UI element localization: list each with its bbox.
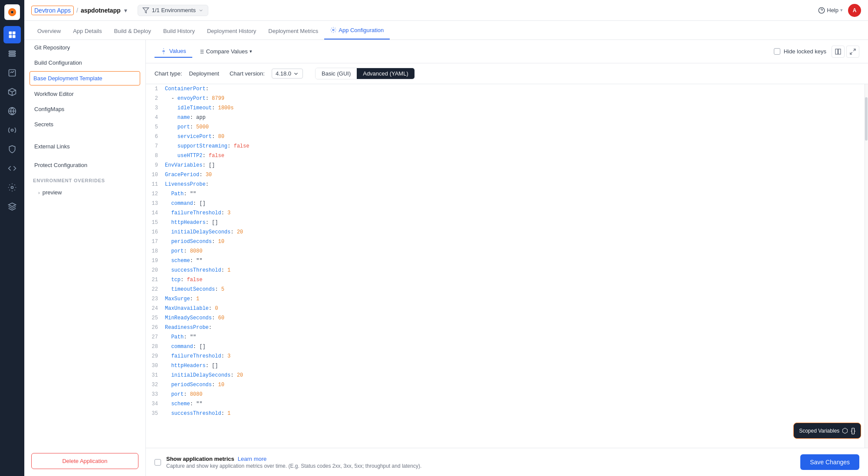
line-number: 3 <box>146 103 163 113</box>
line-number: 30 <box>146 361 163 371</box>
breadcrumb: Devtron Apps / aspdotnetapp ▾ <box>31 6 127 15</box>
rail-gear-icon[interactable] <box>3 179 21 196</box>
chart-version-select[interactable]: 4.18.0 <box>272 69 303 79</box>
delete-application-button[interactable]: Delete Application <box>31 453 138 469</box>
line-content: MinReadySeconds: 60 <box>163 313 868 323</box>
table-row: 5 port: 5000 <box>146 122 868 132</box>
basic-gui-tab[interactable]: Basic (GUI) <box>316 68 357 79</box>
show-metrics-checkbox[interactable] <box>155 459 161 466</box>
sidebar-item-workflow-editor[interactable]: Workflow Editor <box>24 86 145 102</box>
line-content: periodSeconds: 10 <box>163 380 868 390</box>
tab-build-history[interactable]: Build History <box>157 23 201 39</box>
svg-point-17 <box>332 29 334 31</box>
metrics-description: Capture and show key application metrics… <box>166 463 421 469</box>
advanced-yaml-tab[interactable]: Advanced (YAML) <box>357 68 414 79</box>
rail-dashboard-icon[interactable] <box>3 26 21 43</box>
line-content: command: [] <box>163 199 868 208</box>
line-number: 31 <box>146 371 163 380</box>
line-content: GracePeriod: 30 <box>163 170 868 180</box>
svg-rect-7 <box>9 53 16 54</box>
svg-rect-8 <box>9 55 16 56</box>
table-row: 6 servicePort: 80 <box>146 132 868 141</box>
table-row: 10GracePeriod: 30 <box>146 170 868 180</box>
rail-layers-icon[interactable] <box>3 198 21 215</box>
help-label: Help <box>827 7 838 13</box>
split-view-icon <box>835 48 842 55</box>
split-view-button[interactable] <box>832 46 845 58</box>
sidebar-env-preview[interactable]: › preview <box>24 186 145 199</box>
sidebar-item-protect-configuration[interactable]: Protect Configuration <box>24 158 145 173</box>
values-tab-group: Values Compare Values ▾ <box>155 45 258 58</box>
line-content: initialDelaySeconds: 20 <box>163 227 868 237</box>
breadcrumb-app-link[interactable]: Devtron Apps <box>31 6 74 15</box>
table-row: 7 supportStreaming: false <box>146 141 868 151</box>
table-row: 31 initialDelaySeconds: 20 <box>146 371 868 380</box>
rail-apps-icon[interactable] <box>3 45 21 62</box>
tab-deployment-history[interactable]: Deployment History <box>201 23 262 39</box>
tab-build-deploy[interactable]: Build & Deploy <box>108 23 157 39</box>
line-number: 5 <box>146 122 163 132</box>
metrics-label: Show application metrics <box>166 456 234 462</box>
save-changes-button[interactable]: Save Changes <box>800 454 859 470</box>
values-icon <box>161 48 167 54</box>
line-content: ReadinessProbe: <box>163 323 868 332</box>
hide-locked-checkbox[interactable] <box>774 48 780 55</box>
svg-line-21 <box>853 49 855 51</box>
scrollbar-track[interactable] <box>865 84 868 448</box>
rail-code-icon[interactable] <box>3 160 21 177</box>
tab-overview[interactable]: Overview <box>31 23 67 39</box>
line-content: failureThreshold: 3 <box>163 351 868 361</box>
sidebar-item-secrets[interactable]: Secrets <box>24 117 145 132</box>
table-row: 22 timeoutSeconds: 5 <box>146 285 868 294</box>
line-number: 24 <box>146 304 163 313</box>
line-number: 12 <box>146 189 163 199</box>
line-content: scheme: "" <box>163 256 868 266</box>
sidebar-item-base-deployment-template[interactable]: Base Deployment Template <box>30 71 140 85</box>
table-row: 9EnvVariables: [] <box>146 161 868 170</box>
values-tab[interactable]: Values <box>155 45 192 58</box>
sidebar-item-build-configuration[interactable]: Build Configuration <box>24 55 145 70</box>
expand-view-button[interactable] <box>846 46 859 58</box>
tab-deployment-metrics[interactable]: Deployment Metrics <box>262 23 324 39</box>
line-content: command: [] <box>163 342 868 351</box>
view-mode-tabs: Basic (GUI) Advanced (YAML) <box>315 68 415 79</box>
help-button[interactable]: Help ▾ <box>818 7 843 14</box>
view-toggle <box>832 46 859 58</box>
compare-values-tab[interactable]: Compare Values ▾ <box>192 46 258 57</box>
help-circle-icon <box>818 7 825 14</box>
line-number: 25 <box>146 313 163 323</box>
rail-security-icon[interactable] <box>3 141 21 158</box>
rail-settings-icon[interactable] <box>3 121 21 139</box>
sidebar-item-git-repository[interactable]: Git Repository <box>24 40 145 55</box>
rail-cube-icon[interactable] <box>3 83 21 101</box>
table-row: 26ReadinessProbe: <box>146 323 868 332</box>
line-content: port: 8080 <box>163 246 868 256</box>
code-editor[interactable]: 1ContainerPort:2 - envoyPort: 87993 idle… <box>146 84 868 448</box>
sidebar-bottom: Delete Application <box>24 446 145 476</box>
table-row: 18 port: 8080 <box>146 246 868 256</box>
avatar-initial: A <box>853 7 857 13</box>
scoped-variables-button[interactable]: Scoped Variables ⬡ {} <box>793 423 861 439</box>
app-logo[interactable] <box>4 4 20 20</box>
bottom-bar: Show application metrics Learn more Capt… <box>146 448 868 476</box>
environment-selector[interactable]: 1/1 Environments <box>138 5 208 16</box>
rail-globe-icon[interactable] <box>3 102 21 120</box>
rail-charts-icon[interactable] <box>3 64 21 82</box>
content-header: Values Compare Values ▾ Hide <box>146 40 868 63</box>
breadcrumb-chevron-icon[interactable]: ▾ <box>124 7 127 14</box>
tab-app-configuration[interactable]: App Configuration <box>324 23 390 40</box>
user-avatar[interactable]: A <box>848 4 861 17</box>
table-row: 20 successThreshold: 1 <box>146 266 868 275</box>
sidebar-item-configmaps[interactable]: ConfigMaps <box>24 102 145 117</box>
tab-app-details[interactable]: App Details <box>67 23 108 39</box>
line-number: 2 <box>146 94 163 103</box>
scrollbar-thumb[interactable] <box>865 97 868 141</box>
breadcrumb-separator: / <box>76 7 78 14</box>
line-number: 9 <box>146 161 163 170</box>
line-content: initialDelaySeconds: 20 <box>163 371 868 380</box>
help-chevron-icon: ▾ <box>840 7 843 13</box>
sidebar-item-external-links[interactable]: External Links <box>24 139 145 154</box>
learn-more-link[interactable]: Learn more <box>238 456 266 462</box>
hide-locked-row: Hide locked keys <box>774 48 826 55</box>
scoped-vars-code-icon: {} <box>851 427 855 435</box>
